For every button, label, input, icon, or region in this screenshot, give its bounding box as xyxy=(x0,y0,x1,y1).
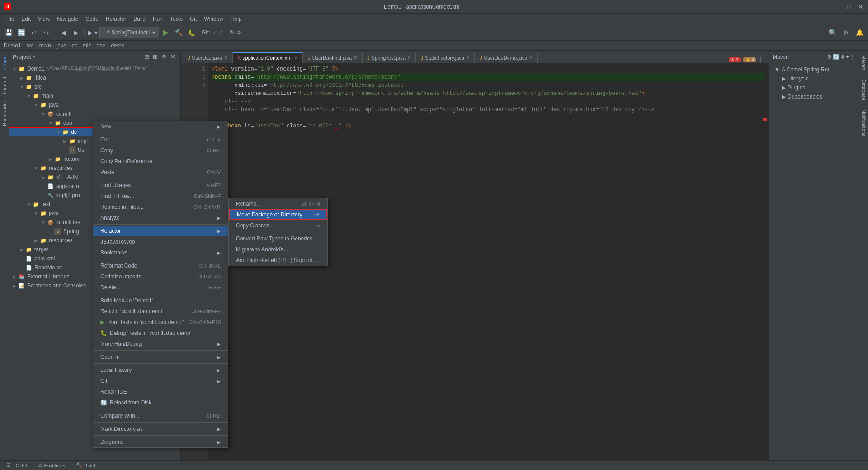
breadcrumb-mllt[interactable]: mllt xyxy=(83,42,91,49)
panel-settings[interactable]: ⚙ xyxy=(160,53,168,61)
maven-item-project[interactable]: ▼ A Camel Spring Rou xyxy=(771,65,857,74)
ctx-item-migrate-android[interactable]: Migrate to AndroidX... xyxy=(229,244,327,255)
ctx-item-mark-dir[interactable]: Mark Directory as ▶ xyxy=(93,423,228,434)
ctx-item-rtl-support[interactable]: Add Right-to-Left (RTL) Support... xyxy=(229,255,327,266)
vtab-maven[interactable]: Maven xyxy=(860,51,868,75)
tree-item-idea[interactable]: ▶ 📁 .idea xyxy=(9,73,180,82)
menu-git[interactable]: Git xyxy=(186,14,200,24)
maven-refresh-btn[interactable]: 🔄 xyxy=(833,54,840,60)
tree-item-demo1[interactable]: ▼ 📁 Demo1 N:\JavaEE\黑马程序员SSM框架教程\edu01\D… xyxy=(9,64,180,73)
breadcrumb-src[interactable]: src xyxy=(27,42,34,49)
breadcrumb-demo1[interactable]: Demo1 xyxy=(4,42,21,49)
ctx-item-copy-classes[interactable]: Copy Classes... F5 xyxy=(229,220,327,231)
breadcrumb-dao[interactable]: dao xyxy=(96,42,105,49)
menu-refactor[interactable]: Refactor xyxy=(102,14,130,24)
ctx-item-analyze[interactable]: Analyze ▶ xyxy=(93,212,228,223)
ctx-item-reformat[interactable]: Reformat Code Ctrl+Alt+L xyxy=(93,260,228,271)
menu-build[interactable]: Build xyxy=(130,14,149,24)
tab-staticfactory-java[interactable]: J StaticFactory.java ✕ xyxy=(416,52,475,63)
ctx-item-diagrams[interactable]: Diagrams ▶ xyxy=(93,437,228,447)
error-marker[interactable] xyxy=(763,118,767,121)
maximize-button[interactable]: □ xyxy=(845,3,853,10)
tab-userdaoimpl-java[interactable]: J UserDaoImpl.java ✕ xyxy=(303,52,362,63)
ctx-item-delete[interactable]: Delete... Delete xyxy=(93,282,228,293)
tree-item-main[interactable]: ▼ 📁 main xyxy=(9,91,180,100)
ctx-item-debug-tests[interactable]: 🐛 Debug 'Tests in 'cc.mllt.dao.demo'' xyxy=(93,328,228,338)
tab-close-userdaodemo[interactable]: ✕ xyxy=(529,55,533,60)
maven-overflow-btn[interactable]: ⋮ xyxy=(850,54,855,60)
ctx-item-paste[interactable]: Paste Ctrl+V xyxy=(93,167,228,178)
maven-item-dependencies[interactable]: ▶ Dependencies xyxy=(771,92,857,101)
left-tab-project[interactable]: Project xyxy=(1,51,8,73)
ctx-item-build-module[interactable]: Build Module 'Demo1' xyxy=(93,295,228,306)
ctx-item-move-package[interactable]: Move Package or Directory... F6 xyxy=(229,209,327,220)
menu-edit[interactable]: Edit xyxy=(18,14,34,24)
branch-selector[interactable]: ⎇ SpringTest.test1 ▾ xyxy=(99,27,159,38)
ctx-item-new[interactable]: New ▶ xyxy=(93,121,228,132)
ctx-item-rebuild[interactable]: Rebuild 'cc.mllt.dao.demo' Ctrl+Shift+F9 xyxy=(93,306,228,317)
ctx-item-reload-disk[interactable]: 🔄 Reload from Disk xyxy=(93,397,228,408)
toolbar-notifications[interactable]: 🔔 xyxy=(854,27,865,38)
panel-expand-all[interactable]: ⊞ xyxy=(151,53,159,61)
ctx-item-find-usages[interactable]: Find Usages Alt+F7 xyxy=(93,180,228,191)
breadcrumb-java[interactable]: java xyxy=(57,42,66,49)
tab-close-appcontext[interactable]: ✕ xyxy=(294,56,298,61)
ctx-item-copy[interactable]: Copy Ctrl+C xyxy=(93,145,228,156)
ctx-item-run-tests[interactable]: ▶ Run 'Tests in 'cc.mllt.dao.demo'' Ctrl… xyxy=(93,317,228,328)
panel-close[interactable]: ✕ xyxy=(169,53,177,61)
menu-view[interactable]: View xyxy=(34,14,53,24)
ctx-item-refactor[interactable]: Refactor ▶ xyxy=(93,226,228,236)
tree-item-java-main[interactable]: ▼ 📁 java xyxy=(9,100,180,109)
vtab-notifications[interactable]: Notifications xyxy=(860,105,868,141)
breadcrumb-main[interactable]: main xyxy=(39,42,51,49)
tab-close-springtest[interactable]: ✕ xyxy=(407,55,411,60)
close-button[interactable]: ✕ xyxy=(857,3,864,10)
ctx-item-more-run[interactable]: More Run/Debug ▶ xyxy=(93,338,228,349)
tree-item-src[interactable]: ▼ 📁 src xyxy=(9,82,180,91)
ctx-item-jbjavaweb[interactable]: JBJavaToWeb xyxy=(93,236,228,247)
tab-springtest-java[interactable]: J SpringTest.java ✕ xyxy=(362,52,416,63)
menu-tools[interactable]: Tools xyxy=(166,14,186,24)
panel-collapse-all[interactable]: ⊟ xyxy=(143,53,151,61)
bottom-tab-todo[interactable]: ☑ TODO xyxy=(4,461,30,470)
tab-close-userdao[interactable]: ✕ xyxy=(224,55,227,60)
ctx-item-copy-path[interactable]: Copy Path/Reference... xyxy=(93,156,228,167)
menu-run[interactable]: Run xyxy=(149,14,166,24)
ctx-item-optimize[interactable]: Optimize Imports Ctrl+Alt+O xyxy=(93,271,228,282)
menu-navigate[interactable]: Navigate xyxy=(53,14,82,24)
maven-item-lifecycle[interactable]: ▶ Lifecycle xyxy=(771,74,857,83)
maven-settings-btn[interactable]: ⚙ xyxy=(827,54,832,60)
toolbar-run-recent[interactable]: ▶ ▾ xyxy=(87,27,99,38)
project-panel-dropdown[interactable]: ▾ xyxy=(33,54,35,59)
toolbar-save-all[interactable]: 💾 xyxy=(3,27,14,38)
left-tab-bookmarks[interactable]: Bookmarks xyxy=(1,98,8,130)
breadcrumb-cc[interactable]: cc xyxy=(72,42,77,49)
tab-overflow-btn[interactable]: ⋮ xyxy=(758,56,763,63)
toolbar-undo[interactable]: ↩ xyxy=(28,27,40,38)
maven-add-btn[interactable]: + xyxy=(846,54,849,60)
maven-item-plugins[interactable]: ▶ Plugins xyxy=(771,83,857,92)
ctx-item-bookmarks[interactable]: Bookmarks ▶ xyxy=(93,247,228,258)
ctx-item-git[interactable]: Git ▶ xyxy=(93,376,228,386)
ctx-item-rename[interactable]: Rename... Shift+F6 xyxy=(229,198,327,209)
tree-item-ccmllt[interactable]: ▼ 📦 cc.mllt xyxy=(9,109,180,118)
maven-download-btn[interactable]: ⬇ xyxy=(840,54,845,60)
toolbar-sync[interactable]: 🔄 xyxy=(15,27,27,38)
ctx-item-open-in[interactable]: Open In ▶ xyxy=(93,352,228,362)
tab-close-userdaoimpl[interactable]: ✕ xyxy=(354,55,357,60)
toolbar-redo[interactable]: ↪ xyxy=(41,27,52,38)
tab-appcontext-xml[interactable]: X applicationContext.xml ✕ xyxy=(232,52,303,63)
toolbar-settings[interactable]: ⚙ xyxy=(840,27,852,38)
toolbar-forward[interactable]: ▶ xyxy=(70,27,82,38)
ctx-item-replace-files[interactable]: Replace in Files... Ctrl+Shift+R xyxy=(93,202,228,212)
menu-help[interactable]: Help xyxy=(227,14,245,24)
menu-file[interactable]: File xyxy=(2,14,18,24)
toolbar-build-btn[interactable]: 🔨 xyxy=(173,27,184,38)
tab-close-staticfactory[interactable]: ✕ xyxy=(466,55,470,60)
minimize-button[interactable]: ─ xyxy=(834,3,841,10)
breadcrumb-demo[interactable]: demo xyxy=(111,42,124,49)
ctx-item-find-files[interactable]: Find in Files... Ctrl+Shift+F xyxy=(93,191,228,202)
bottom-tab-problems[interactable]: ⚠ Problems xyxy=(35,461,68,470)
ctx-item-convert-raw[interactable]: Convert Raw Types to Generics... xyxy=(229,233,327,244)
toolbar-search[interactable]: 🔍 xyxy=(826,27,838,38)
